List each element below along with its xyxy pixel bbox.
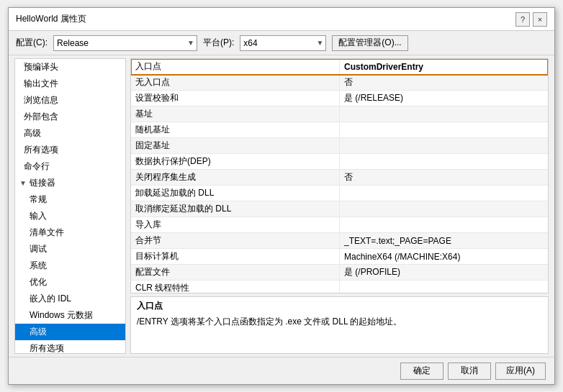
table-row[interactable]: 合并节_TEXT=.text;_PAGE=PAGE xyxy=(131,233,548,249)
property-key: 数据执行保护(DEP) xyxy=(131,154,340,170)
properties-table: 入口点CustomDriverEntry无入口点否设置校验和是 (/RELEAS… xyxy=(131,59,548,293)
property-value: _TEXT=.text;_PAGE=PAGE xyxy=(340,233,549,249)
table-row[interactable]: 关闭程序集生成否 xyxy=(131,170,548,186)
property-value: 否 xyxy=(340,75,549,91)
table-row[interactable]: 配置文件是 (/PROFILE) xyxy=(131,265,548,281)
table-row[interactable]: 无入口点否 xyxy=(131,75,548,91)
property-value xyxy=(340,186,549,201)
property-value xyxy=(340,138,549,154)
property-value: MachineX64 (/MACHINE:X64) xyxy=(340,249,549,265)
footer: 确定 取消 应用(A) xyxy=(9,357,554,384)
right-panel: 入口点CustomDriverEntry无入口点否设置校验和是 (/RELEAS… xyxy=(130,58,549,354)
table-row[interactable]: 基址 xyxy=(131,106,548,122)
sidebar-item[interactable]: Windows 元数据 xyxy=(15,307,125,324)
config-select-wrapper: Release Debug ▼ xyxy=(53,35,197,51)
sidebar-item[interactable]: 优化 xyxy=(15,274,125,291)
property-key: 无入口点 xyxy=(131,75,340,91)
title-bar: HelloWorld 属性页 ? × xyxy=(9,8,554,31)
sidebar-item[interactable]: 预编译头 xyxy=(15,59,125,76)
property-value: CustomDriverEntry xyxy=(340,59,549,75)
property-key: 导入库 xyxy=(131,217,340,233)
property-value xyxy=(340,217,549,233)
sidebar-group-item[interactable]: ▼链接器 xyxy=(15,175,125,191)
property-key: 关闭程序集生成 xyxy=(131,170,340,186)
help-button[interactable]: ? xyxy=(515,12,530,27)
sidebar-item[interactable]: 高级 xyxy=(15,125,125,142)
description-title: 入口点 xyxy=(137,300,542,312)
sidebar-item[interactable]: 所有选项 xyxy=(15,142,125,158)
sidebar-item[interactable]: 系统 xyxy=(15,257,125,274)
table-row[interactable]: 随机基址 xyxy=(131,122,548,138)
config-label: 配置(C): xyxy=(16,37,48,49)
sidebar-item[interactable]: 清单文件 xyxy=(15,224,125,241)
property-value: 是 (/PROFILE) xyxy=(340,265,549,281)
table-row[interactable]: 导入库 xyxy=(131,217,548,233)
sidebar-item[interactable]: 常规 xyxy=(15,191,125,208)
sidebar: 预编译头输出文件浏览信息外部包含高级所有选项命令行▼链接器常规输入清单文件调试系… xyxy=(14,58,126,354)
sidebar-item[interactable]: 所有选项 xyxy=(15,340,125,354)
sidebar-item[interactable]: 外部包含 xyxy=(15,109,125,125)
property-value: 是 (/RELEASE) xyxy=(340,91,549,106)
table-row[interactable]: 设置校验和是 (/RELEASE) xyxy=(131,91,548,106)
platform-select[interactable]: x64 x86 xyxy=(240,35,326,51)
property-value xyxy=(340,201,549,217)
property-key: 配置文件 xyxy=(131,265,340,281)
table-row[interactable]: 入口点CustomDriverEntry xyxy=(131,59,548,75)
sidebar-item[interactable]: 嵌入的 IDL xyxy=(15,291,125,307)
property-key: 固定基址 xyxy=(131,138,340,154)
property-key: CLR 线程特性 xyxy=(131,281,340,294)
properties-dialog: HelloWorld 属性页 ? × 配置(C): Release Debug … xyxy=(8,7,555,385)
table-row[interactable]: 取消绑定延迟加载的 DLL xyxy=(131,201,548,217)
property-key: 卸载延迟加载的 DLL xyxy=(131,186,340,201)
property-key: 目标计算机 xyxy=(131,249,340,265)
table-row[interactable]: 卸载延迟加载的 DLL xyxy=(131,186,548,201)
collapse-arrow-icon: ▼ xyxy=(19,179,27,187)
table-row[interactable]: CLR 线程特性 xyxy=(131,281,548,294)
config-manager-button[interactable]: 配置管理器(O)... xyxy=(332,35,407,51)
sidebar-group-label: 链接器 xyxy=(30,177,55,189)
close-button[interactable]: × xyxy=(533,12,547,27)
sidebar-item[interactable]: 浏览信息 xyxy=(15,92,125,109)
property-value xyxy=(340,106,549,122)
table-row[interactable]: 固定基址 xyxy=(131,138,548,154)
sidebar-item[interactable]: 调试 xyxy=(15,241,125,257)
config-select[interactable]: Release Debug xyxy=(53,35,197,51)
sidebar-item[interactable]: 命令行 xyxy=(15,158,125,175)
table-row[interactable]: 数据执行保护(DEP) xyxy=(131,154,548,170)
property-key: 随机基址 xyxy=(131,122,340,138)
sidebar-item[interactable]: 输入 xyxy=(15,208,125,224)
property-key: 基址 xyxy=(131,106,340,122)
properties-table-wrapper: 入口点CustomDriverEntry无入口点否设置校验和是 (/RELEAS… xyxy=(130,58,549,293)
property-key: 取消绑定延迟加载的 DLL xyxy=(131,201,340,217)
platform-select-wrapper: x64 x86 ▼ xyxy=(240,35,326,51)
apply-button[interactable]: 应用(A) xyxy=(495,363,546,380)
cancel-button[interactable]: 取消 xyxy=(448,363,491,380)
property-key: 入口点 xyxy=(131,59,340,75)
ok-button[interactable]: 确定 xyxy=(400,363,443,380)
config-bar: 配置(C): Release Debug ▼ 平台(P): x64 x86 ▼ … xyxy=(9,31,554,55)
description-text: /ENTRY 选项将某个入口点函数指定为 .exe 文件或 DLL 的起始地址。 xyxy=(137,315,542,328)
property-key: 设置校验和 xyxy=(131,91,340,106)
dialog-title: HelloWorld 属性页 xyxy=(16,13,86,25)
sidebar-item[interactable]: 输出文件 xyxy=(15,76,125,92)
property-value: 否 xyxy=(340,170,549,186)
property-value xyxy=(340,281,549,294)
property-key: 合并节 xyxy=(131,233,340,249)
property-value xyxy=(340,154,549,170)
table-row[interactable]: 目标计算机MachineX64 (/MACHINE:X64) xyxy=(131,249,548,265)
platform-label: 平台(P): xyxy=(203,37,234,49)
main-content: 预编译头输出文件浏览信息外部包含高级所有选项命令行▼链接器常规输入清单文件调试系… xyxy=(9,55,554,357)
sidebar-item[interactable]: 高级 xyxy=(15,324,125,340)
title-bar-buttons: ? × xyxy=(515,12,547,27)
property-value xyxy=(340,122,549,138)
description-box: 入口点 /ENTRY 选项将某个入口点函数指定为 .exe 文件或 DLL 的起… xyxy=(130,296,549,354)
